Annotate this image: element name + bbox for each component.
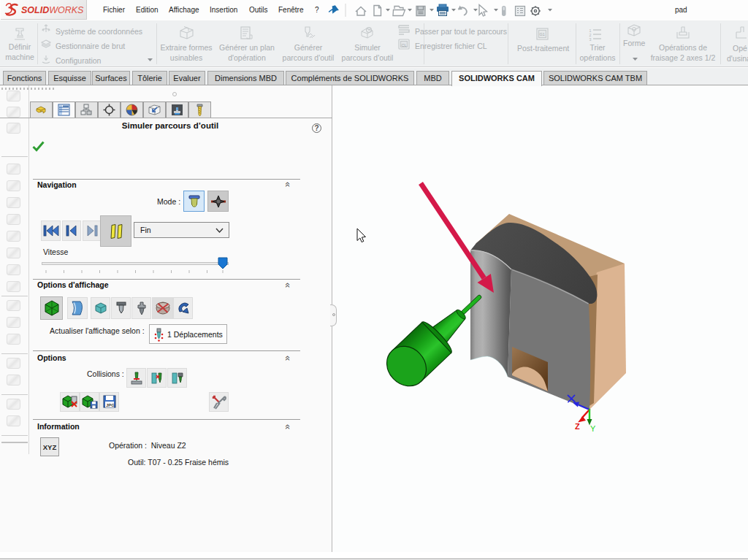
svg-text:Z: Z <box>575 422 580 431</box>
svg-text:CL: CL <box>402 43 407 47</box>
svg-text:SOLIDWORKS: SOLIDWORKS <box>21 5 84 15</box>
svg-text:G1: G1 <box>540 32 545 37</box>
svg-text:3: 3 <box>589 37 592 42</box>
svg-text:Y: Y <box>590 424 596 433</box>
svg-text:JPG: JPG <box>106 403 115 407</box>
